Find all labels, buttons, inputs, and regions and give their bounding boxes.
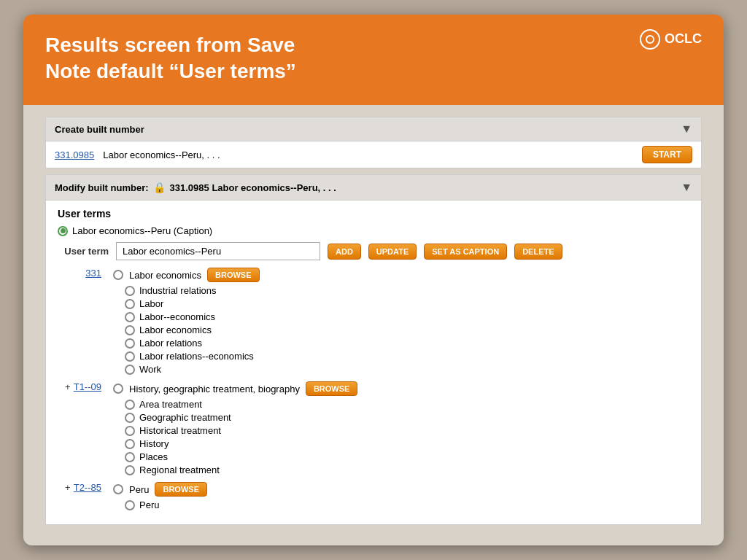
set-as-caption-button[interactable]: SET AS CAPTION [424, 244, 507, 260]
main-container: Results screen from Save Note default “U… [23, 15, 724, 546]
radio-labor-relations[interactable] [125, 338, 135, 349]
sub-option-labor-relations: Labor relations [125, 338, 689, 349]
label-work: Work [139, 364, 161, 375]
oclc-logo: OCLC [640, 29, 702, 50]
section-t2-number: + T2--85 [58, 482, 101, 513]
section-t1-browse-row: History, geographic treatment, biography… [113, 381, 689, 396]
add-button[interactable]: ADD [328, 244, 361, 260]
create-panel-title: Create built number [55, 124, 144, 135]
section-331-browse-row: Labor economics BROWSE [113, 268, 689, 282]
label-area: Area treatment [139, 399, 202, 410]
t2-plus: + [63, 482, 71, 493]
content-area: Create built number ▼ 331.0985 Labor eco… [23, 105, 724, 545]
modify-panel: Modify built number: 🔒 331.0985 Labor ec… [45, 174, 702, 525]
delete-button[interactable]: DELETE [514, 244, 562, 260]
label-labor-economics-dash: Labor--economics [139, 311, 215, 322]
label-industrial: Industrial relations [139, 285, 217, 296]
section-t2-main-option: Peru [129, 484, 149, 495]
sub-option-labor-relations-econ: Labor relations--economics [125, 351, 689, 362]
section-t1-content: History, geographic treatment, biography… [113, 381, 689, 478]
section-t1-radio[interactable] [113, 384, 123, 394]
label-historical: Historical treatment [139, 425, 221, 436]
radio-labor-relations-econ[interactable] [125, 351, 135, 362]
radio-labor-economics[interactable] [125, 325, 135, 335]
radio-peru[interactable] [125, 500, 135, 510]
section-331-browse-btn[interactable]: BROWSE [207, 268, 260, 282]
label-regional: Regional treatment [139, 464, 220, 475]
label-labor-economics: Labor economics [139, 324, 212, 335]
radio-work[interactable] [125, 365, 135, 375]
modify-panel-label: Modify built number: [55, 182, 149, 193]
lock-icon: 🔒 [153, 182, 166, 193]
section-t2-radio[interactable] [113, 484, 123, 494]
sub-option-labor-economics-dash: Labor--economics [125, 311, 689, 322]
label-labor-relations-econ: Labor relations--economics [139, 351, 254, 362]
section-t2-85: + T2--85 Peru BROWSE Peru [58, 482, 689, 513]
sub-option-history: History [125, 438, 689, 449]
label-labor-relations: Labor relations [139, 338, 202, 349]
section-t1-link[interactable]: T1--09 [74, 381, 101, 392]
user-terms-body: User terms Labor economics--Peru (Captio… [46, 201, 701, 524]
radio-labor[interactable] [125, 299, 135, 309]
sub-option-industrial: Industrial relations [125, 285, 689, 296]
header-title-line1: Results screen from Save [45, 34, 295, 56]
section-t2-browse-btn[interactable]: BROWSE [155, 482, 207, 497]
modify-panel-value: 331.0985 Labor economics--Peru, . . . [170, 182, 336, 193]
section-331-content: Labor economics BROWSE Industrial relati… [113, 268, 689, 377]
radio-historical[interactable] [125, 426, 135, 436]
radio-places[interactable] [125, 452, 135, 462]
radio-area[interactable] [125, 400, 135, 410]
header-title: Results screen from Save Note default “U… [45, 32, 702, 85]
header-banner: Results screen from Save Note default “U… [23, 15, 724, 106]
sub-option-places: Places [125, 451, 689, 462]
caption-item-label: Labor economics--Peru (Caption) [72, 225, 212, 236]
section-t1-09: + T1--09 History, geographic treatment, … [58, 381, 689, 478]
label-labor: Labor [139, 298, 163, 309]
radio-geographic[interactable] [125, 413, 135, 423]
label-places: Places [139, 451, 168, 462]
sub-option-area: Area treatment [125, 399, 689, 410]
sub-option-historical: Historical treatment [125, 425, 689, 436]
section-331: 331 Labor economics BROWSE Industrial re… [58, 268, 689, 377]
label-peru: Peru [139, 499, 159, 510]
user-terms-title: User terms [58, 208, 689, 219]
t1-plus: + [63, 381, 71, 392]
create-panel-row: 331.0985 Labor economics--Peru, . . . ST… [46, 141, 701, 168]
create-panel-number-link[interactable]: 331.0985 [55, 149, 94, 160]
sub-option-geographic: Geographic treatment [125, 412, 689, 423]
section-t2-link[interactable]: T2--85 [74, 482, 101, 493]
modify-panel-arrow[interactable]: ▼ [681, 181, 692, 194]
update-button[interactable]: UPDATE [368, 244, 417, 260]
sub-option-labor: Labor [125, 298, 689, 309]
radio-industrial[interactable] [125, 286, 135, 296]
caption-radio[interactable] [58, 226, 68, 236]
section-331-main-option: Labor economics [129, 270, 201, 281]
section-t1-number: + T1--09 [58, 381, 101, 478]
radio-labor-economics-dash[interactable] [125, 312, 135, 322]
modify-header-text: Modify built number: 🔒 331.0985 Labor ec… [55, 182, 336, 193]
section-331-radio[interactable] [113, 270, 123, 280]
user-term-field-label: User term [58, 246, 109, 257]
create-panel: Create built number ▼ 331.0985 Labor eco… [45, 117, 702, 168]
create-panel-description: Labor economics--Peru, . . . [103, 149, 220, 160]
section-331-number: 331 [58, 268, 101, 377]
label-history: History [139, 438, 169, 449]
sub-option-work: Work [125, 364, 689, 375]
create-panel-arrow[interactable]: ▼ [681, 122, 692, 136]
radio-regional[interactable] [125, 465, 135, 475]
sections-container: 331 Labor economics BROWSE Industrial re… [58, 268, 689, 513]
modify-panel-header: Modify built number: 🔒 331.0985 Labor ec… [46, 175, 701, 201]
oclc-label: OCLC [665, 31, 702, 47]
start-button[interactable]: START [642, 146, 692, 163]
label-geographic: Geographic treatment [139, 412, 231, 423]
user-term-input[interactable] [116, 242, 320, 260]
radio-history[interactable] [125, 439, 135, 449]
section-t2-content: Peru BROWSE Peru [113, 482, 689, 513]
user-term-input-row: User term ADD UPDATE SET AS CAPTION DELE… [58, 242, 689, 260]
section-t1-browse-btn[interactable]: BROWSE [306, 381, 358, 396]
sub-option-regional: Regional treatment [125, 464, 689, 475]
section-331-link[interactable]: 331 [85, 268, 101, 279]
sub-option-peru: Peru [125, 499, 689, 510]
header-title-line2: Note default “User terms” [45, 60, 296, 82]
sub-option-labor-economics: Labor economics [125, 324, 689, 335]
